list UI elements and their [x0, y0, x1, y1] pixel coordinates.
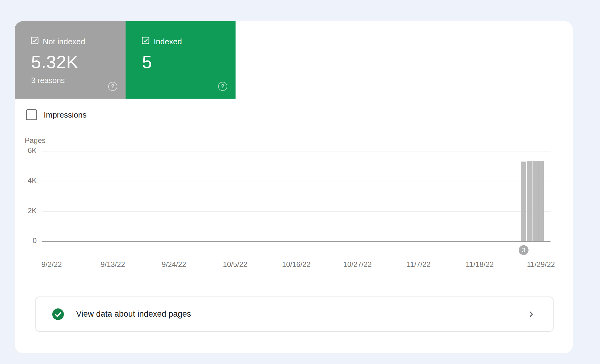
x-tick-label: 9/13/22 [101, 260, 125, 269]
annotation-count-badge[interactable]: 3 [519, 245, 529, 255]
impressions-toggle: Impressions [26, 109, 86, 120]
view-row-label: View data about indexed pages [76, 309, 191, 319]
not-indexed-count: 5.32K [31, 52, 78, 72]
bar[interactable] [538, 161, 544, 241]
tile-label: Not indexed [43, 37, 85, 46]
x-tick-label: 11/7/22 [407, 260, 430, 269]
x-tick-label: 10/27/22 [343, 260, 371, 269]
help-icon[interactable]: ? [218, 82, 227, 91]
x-tick-label: 11/18/22 [466, 260, 494, 269]
x-tick-label: 9/24/22 [162, 260, 186, 269]
bar[interactable] [521, 162, 526, 241]
impressions-checkbox[interactable] [26, 109, 37, 120]
checked-checkbox-icon[interactable] [141, 36, 150, 47]
gridline-2K [42, 211, 551, 212]
not-indexed-reasons: 3 reasons [31, 76, 65, 85]
x-tick-label: 11/29/22 [527, 260, 555, 269]
impressions-label: Impressions [44, 110, 86, 120]
gridline-0 [42, 241, 551, 242]
x-tick-label: 10/5/22 [223, 260, 247, 269]
tile-not-indexed-header: Not indexed [31, 36, 85, 47]
bar[interactable] [527, 161, 532, 241]
chevron-right-icon[interactable] [527, 310, 535, 318]
y-tick-label: 0 [9, 236, 37, 245]
help-icon[interactable]: ? [108, 82, 117, 91]
tile-label: Indexed [154, 37, 182, 46]
x-tick-label: 9/2/22 [42, 260, 62, 269]
bar[interactable] [532, 161, 538, 241]
y-tick-label: 4K [9, 177, 37, 185]
gridline-4K [42, 181, 551, 181]
x-tick-label: 10/16/22 [282, 260, 310, 269]
page-indexing-card: Not indexed 5.32K 3 reasons ? Indexed 5 … [15, 21, 573, 353]
success-check-icon [52, 308, 64, 320]
tile-indexed[interactable]: Indexed 5 ? [126, 21, 236, 99]
summary-tiles: Not indexed 5.32K 3 reasons ? Indexed 5 … [15, 21, 236, 99]
plot-area: 6K4K2K09/2/229/13/229/24/2210/5/2210/16/… [42, 151, 551, 241]
y-axis-title: Pages [25, 136, 46, 145]
tile-not-indexed[interactable]: Not indexed 5.32K 3 reasons ? [15, 21, 126, 99]
bar-cluster[interactable] [521, 161, 544, 241]
tile-indexed-header: Indexed [141, 36, 182, 47]
gridline-6K [42, 151, 551, 151]
indexed-count: 5 [142, 52, 152, 72]
checked-checkbox-icon[interactable] [31, 36, 39, 47]
y-tick-label: 6K [9, 146, 37, 155]
y-tick-label: 2K [9, 206, 37, 215]
view-indexed-pages-row[interactable]: View data about indexed pages [35, 297, 554, 332]
